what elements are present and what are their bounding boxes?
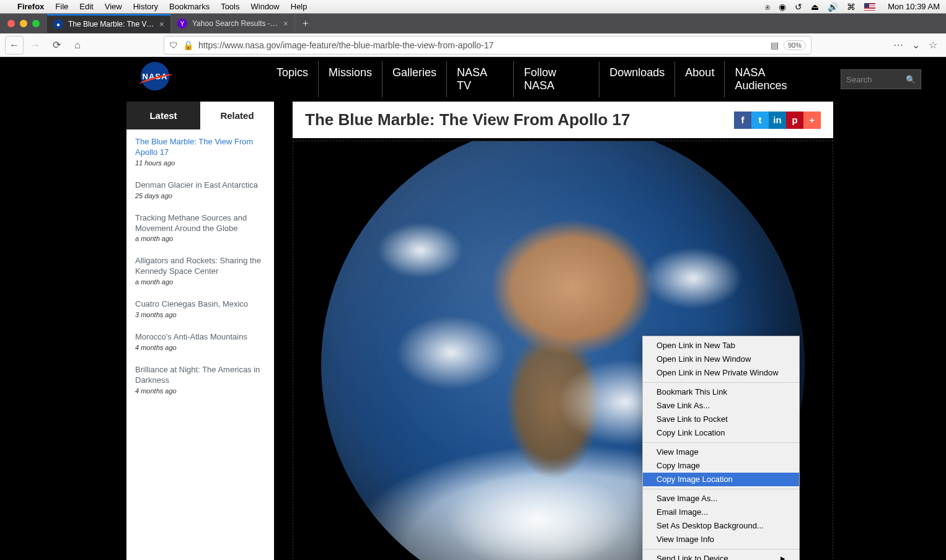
browser-tab[interactable]: Y Yahoo Search Results - Web Se × (171, 14, 295, 33)
nav-nasatv[interactable]: NASA TV (446, 61, 513, 97)
more-icon[interactable]: ⋯ (893, 39, 903, 51)
sidebar-list: The Blue Marble: The View From Apollo 17… (126, 129, 274, 416)
context-menu-separator (643, 382, 799, 383)
sidebar-item[interactable]: Denman Glacier in East Antarctica25 days… (135, 180, 265, 199)
context-menu-item[interactable]: Copy Link Location (643, 426, 799, 440)
menu-view[interactable]: View (105, 2, 122, 11)
status-icon-2[interactable]: ◉ (779, 2, 786, 12)
app-name[interactable]: Firefox (17, 2, 44, 11)
context-menu-item[interactable]: Save Link to Pocket (643, 413, 799, 426)
context-menu-separator (643, 489, 799, 489)
context-menu-item[interactable]: Open Link in New Tab (643, 339, 799, 352)
menu-help[interactable]: Help (291, 2, 307, 11)
reload-button[interactable]: ⟳ (47, 36, 66, 55)
sidebar-item[interactable]: Tracking Methane Sources and Movement Ar… (135, 213, 265, 243)
menu-tools[interactable]: Tools (221, 2, 239, 11)
nasa-logo[interactable]: NASA (136, 61, 174, 92)
context-menu-item[interactable]: Set As Desktop Background... (643, 519, 799, 533)
forward-button[interactable]: → (26, 36, 45, 55)
share-more-icon[interactable]: + (803, 112, 821, 129)
eject-icon[interactable]: ⏏ (811, 2, 819, 12)
shield-icon[interactable]: 🛡 (169, 40, 178, 50)
site-search[interactable]: Search 🔍 (841, 69, 921, 89)
bookmark-star-icon[interactable]: ☆ (929, 39, 937, 51)
context-menu-item[interactable]: Copy Image Location (643, 473, 799, 486)
flag-icon[interactable] (864, 3, 875, 11)
sidebar-item[interactable]: Alligators and Rockets: Sharing the Kenn… (135, 256, 265, 286)
favicon-icon: Y (177, 19, 187, 28)
browser-tab-active[interactable]: ● The Blue Marble: The View From × (47, 14, 171, 33)
back-button[interactable]: ← (5, 36, 24, 55)
nav-missions[interactable]: Missions (318, 61, 382, 97)
context-menu-separator (643, 549, 799, 549)
article-title: The Blue Marble: The View From Apollo 17 (305, 110, 630, 129)
context-menu: Open Link in New TabOpen Link in New Win… (642, 336, 800, 560)
nav-topics[interactable]: Topics (267, 61, 318, 97)
tab-title: Yahoo Search Results - Web Se (192, 19, 278, 28)
context-menu-item[interactable]: Open Link in New Private Window (643, 366, 799, 380)
wifi-icon[interactable]: ⌘ (847, 2, 855, 12)
sidebar-item-title: Denman Glacier in East Antarctica (135, 180, 265, 191)
status-icon-1[interactable]: ⍟ (765, 2, 770, 12)
sidebar-item[interactable]: Brilliance at Night: The Americas in Dar… (135, 365, 265, 395)
context-menu-item[interactable]: Send Link to Device▶ (643, 552, 799, 560)
pocket-icon[interactable]: ⌄ (912, 39, 920, 51)
menu-history[interactable]: History (133, 2, 158, 11)
context-menu-item[interactable]: View Image Info (643, 533, 799, 546)
zoom-level[interactable]: 90% (784, 40, 806, 50)
window-controls (7, 20, 40, 27)
nav-about[interactable]: About (674, 61, 724, 97)
share-linkedin-icon[interactable]: in (769, 112, 786, 129)
site-nav: Topics Missions Galleries NASA TV Follow… (267, 61, 828, 97)
menu-bookmarks[interactable]: Bookmarks (169, 2, 210, 11)
url-bar[interactable]: 🛡 🔒 https://www.nasa.gov/image-feature/t… (164, 36, 811, 55)
context-menu-item[interactable]: Save Link As... (643, 399, 799, 413)
sidebar-item-timestamp: 11 hours ago (135, 159, 265, 167)
site-header: NASA Topics Missions Galleries NASA TV F… (0, 57, 946, 102)
new-tab-button[interactable]: + (295, 18, 316, 29)
clock[interactable]: Mon 10:39 AM (888, 2, 940, 11)
context-menu-item[interactable]: Copy Image (643, 459, 799, 473)
tab-related[interactable]: Related (200, 102, 274, 129)
sidebar-item-title: Tracking Methane Sources and Movement Ar… (135, 213, 265, 234)
menu-window[interactable]: Window (251, 2, 280, 11)
lock-icon[interactable]: 🔒 (183, 40, 193, 50)
sidebar-item-timestamp: 4 months ago (135, 344, 265, 351)
window-close-button[interactable] (7, 20, 15, 27)
search-icon[interactable]: 🔍 (906, 75, 916, 84)
sidebar-item[interactable]: The Blue Marble: The View From Apollo 17… (135, 137, 265, 167)
tab-close-icon[interactable]: × (159, 19, 164, 29)
nav-audiences[interactable]: NASA Audiences (724, 61, 828, 97)
sidebar-item-timestamp: a month ago (135, 235, 265, 242)
home-button[interactable]: ⌂ (68, 36, 87, 55)
share-twitter-icon[interactable]: t (751, 112, 769, 129)
favicon-icon: ● (53, 19, 63, 29)
browser-toolbar: ← → ⟳ ⌂ 🛡 🔒 https://www.nasa.gov/image-f… (0, 33, 946, 57)
menu-file[interactable]: File (55, 2, 68, 11)
context-menu-item[interactable]: Bookmark This Link (643, 385, 799, 399)
nav-downloads[interactable]: Downloads (599, 61, 674, 97)
menu-edit[interactable]: Edit (79, 2, 93, 11)
context-menu-item[interactable]: Open Link in New Window (643, 352, 799, 366)
window-minimize-button[interactable] (20, 20, 27, 27)
context-menu-item[interactable]: View Image (643, 445, 799, 459)
nav-follow[interactable]: Follow NASA (513, 61, 599, 97)
time-machine-icon[interactable]: ↺ (795, 2, 802, 12)
context-menu-item[interactable]: Email Image... (643, 505, 799, 519)
tab-close-icon[interactable]: × (283, 19, 288, 28)
tab-latest[interactable]: Latest (126, 102, 200, 129)
macos-menubar: Firefox File Edit View History Bookmarks… (0, 0, 946, 14)
window-maximize-button[interactable] (32, 20, 40, 27)
sidebar: Latest Related The Blue Marble: The View… (126, 102, 274, 560)
reader-icon[interactable]: ▤ (771, 40, 779, 50)
sidebar-item[interactable]: Morocco's Anti-Atlas Mountains4 months a… (135, 332, 265, 351)
sidebar-item[interactable]: Cuatro Cienegas Basin, Mexico3 months ag… (135, 299, 265, 318)
nav-galleries[interactable]: Galleries (382, 61, 446, 97)
submenu-arrow-icon: ▶ (780, 553, 785, 560)
sidebar-item-timestamp: a month ago (135, 278, 265, 286)
share-pinterest-icon[interactable]: p (786, 112, 803, 129)
volume-icon[interactable]: 🔊 (828, 2, 838, 12)
sidebar-item-title: The Blue Marble: The View From Apollo 17 (135, 137, 265, 158)
context-menu-item[interactable]: Save Image As... (643, 492, 799, 505)
share-facebook-icon[interactable]: f (734, 112, 751, 129)
